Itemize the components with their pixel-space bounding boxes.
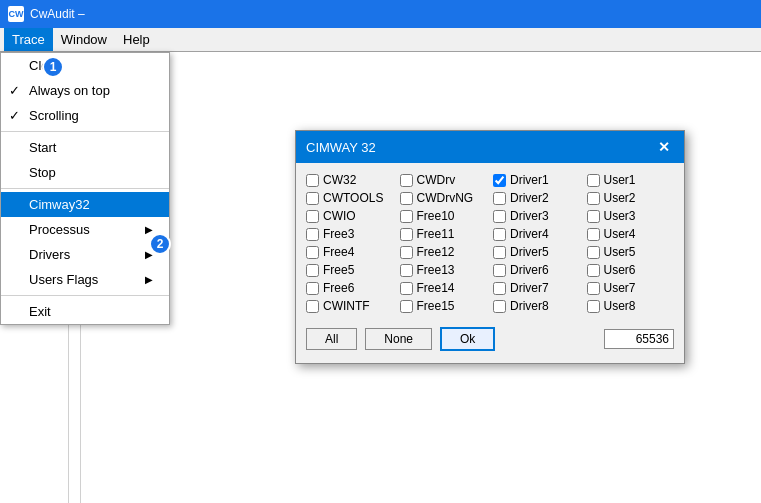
always-on-top-label: Always on top [29,83,110,98]
checkbox-free15[interactable] [400,300,413,313]
checkbox-label-cwdrvng: CWDrvNG [417,191,474,205]
checkbox-user3[interactable] [587,210,600,223]
checkbox-label-driver1: Driver1 [510,173,549,187]
trace-dropdown: Clear ✓ Always on top ✓ Scrolling Start … [0,52,170,325]
checkbox-user1[interactable] [587,174,600,187]
app-icon: CW [8,6,24,22]
checkbox-item-user8: User8 [587,299,675,313]
checkbox-user7[interactable] [587,282,600,295]
checkbox-free14[interactable] [400,282,413,295]
checkbox-driver2[interactable] [493,192,506,205]
menu-item-start[interactable]: Start [1,135,169,160]
always-on-top-check: ✓ [9,83,20,98]
checkbox-label-free11: Free11 [417,227,455,241]
dialog-close-button[interactable]: ✕ [654,137,674,157]
menu-item-cimway32[interactable]: Cimway32 [1,192,169,217]
cimway32-dialog: CIMWAY 32 3 ✕ CW32CWDrvDriver1User1CWTOO… [295,130,685,364]
ok-button[interactable]: Ok [440,327,495,351]
checkbox-driver4[interactable] [493,228,506,241]
checkbox-user5[interactable] [587,246,600,259]
checkbox-label-user3: User3 [604,209,636,223]
checkbox-free3[interactable] [306,228,319,241]
checkbox-driver8[interactable] [493,300,506,313]
menu-item-processus[interactable]: Processus ▶ [1,217,169,242]
checkbox-item-driver6: Driver6 [493,263,581,277]
checkbox-cwintf[interactable] [306,300,319,313]
all-button[interactable]: All [306,328,357,350]
checkbox-item-free13: Free13 [400,263,488,277]
checkbox-item-free11: Free11 [400,227,488,241]
checkbox-driver5[interactable] [493,246,506,259]
checkbox-item-driver2: Driver2 [493,191,581,205]
checkbox-item-driver7: Driver7 [493,281,581,295]
checkbox-label-free6: Free6 [323,281,354,295]
checkbox-item-free5: Free5 [306,263,394,277]
checkbox-item-user6: User6 [587,263,675,277]
checkbox-item-user4: User4 [587,227,675,241]
checkbox-free4[interactable] [306,246,319,259]
checkbox-cwtools[interactable] [306,192,319,205]
checkbox-cw32[interactable] [306,174,319,187]
menu-help[interactable]: Help [115,28,158,51]
separator-3 [1,295,169,296]
checkbox-label-free4: Free4 [323,245,354,259]
checkbox-item-free6: Free6 [306,281,394,295]
checkbox-item-user7: User7 [587,281,675,295]
checkbox-label-free13: Free13 [417,263,455,277]
checkbox-label-user4: User4 [604,227,636,241]
drivers-label: Drivers [29,247,70,262]
menu-trace[interactable]: Trace [4,28,53,51]
checkbox-item-cw32: CW32 [306,173,394,187]
none-button[interactable]: None [365,328,432,350]
checkbox-item-driver5: Driver5 [493,245,581,259]
checkbox-item-cwdrv: CWDrv [400,173,488,187]
annotation-1: 1 [42,56,64,78]
cimway32-label: Cimway32 [29,197,90,212]
checkbox-user2[interactable] [587,192,600,205]
checkbox-item-free3: Free3 [306,227,394,241]
title-bar-title: CwAudit – [30,7,85,21]
menu-item-stop[interactable]: Stop [1,160,169,185]
menu-item-scrolling[interactable]: ✓ Scrolling [1,103,169,128]
menu-item-exit[interactable]: Exit [1,299,169,324]
exit-label: Exit [29,304,51,319]
checkbox-item-user5: User5 [587,245,675,259]
checkbox-free5[interactable] [306,264,319,277]
checkbox-user6[interactable] [587,264,600,277]
checkbox-user4[interactable] [587,228,600,241]
checkbox-item-free10: Free10 [400,209,488,223]
checkbox-free13[interactable] [400,264,413,277]
menu-item-clear[interactable]: Clear [1,53,169,78]
checkbox-free6[interactable] [306,282,319,295]
menu-item-drivers[interactable]: Drivers ▶ [1,242,169,267]
dialog-buttons-row: All None 4 Ok [306,323,674,353]
menu-item-users-flags[interactable]: Users Flags ▶ [1,267,169,292]
checkbox-label-user2: User2 [604,191,636,205]
processus-label: Processus [29,222,90,237]
processus-arrow: ▶ [145,224,153,235]
dialog-title-text: CIMWAY 32 [306,140,376,155]
checkbox-driver6[interactable] [493,264,506,277]
checkbox-cwdrvng[interactable] [400,192,413,205]
checkbox-free12[interactable] [400,246,413,259]
checkbox-driver1[interactable] [493,174,506,187]
checkbox-driver7[interactable] [493,282,506,295]
checkbox-label-cw32: CW32 [323,173,356,187]
checkbox-user8[interactable] [587,300,600,313]
checkbox-driver3[interactable] [493,210,506,223]
checkbox-cwdrv[interactable] [400,174,413,187]
checkbox-free11[interactable] [400,228,413,241]
dialog-body: CW32CWDrvDriver1User1CWTOOLSCWDrvNGDrive… [296,163,684,363]
value-input[interactable] [604,329,674,349]
checkbox-label-user6: User6 [604,263,636,277]
menu-window[interactable]: Window [53,28,115,51]
menu-item-always-on-top[interactable]: ✓ Always on top [1,78,169,103]
checkbox-cwio[interactable] [306,210,319,223]
checkbox-item-user1: User1 [587,173,675,187]
stop-label: Stop [29,165,56,180]
checkbox-label-free15: Free15 [417,299,455,313]
checkbox-item-user3: User3 [587,209,675,223]
checkbox-item-free14: Free14 [400,281,488,295]
separator-2 [1,188,169,189]
checkbox-free10[interactable] [400,210,413,223]
